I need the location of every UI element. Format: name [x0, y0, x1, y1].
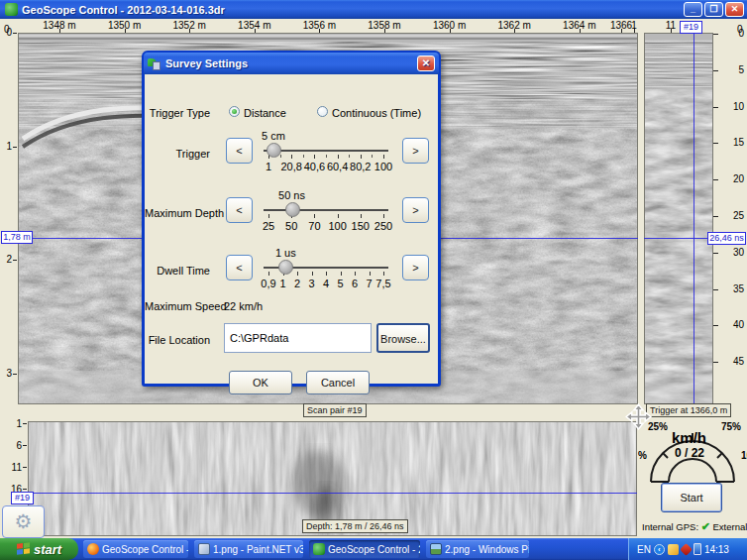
dwell-time-label: Dwell Time	[145, 265, 210, 277]
taskbar-task-3[interactable]: GeoScope Control - 2...	[309, 540, 420, 558]
max-depth-slider-track[interactable]	[264, 209, 388, 211]
window-titlebar: GeoScope Control - 2012-03-14-016.3dr _ …	[0, 0, 747, 19]
firefox-icon	[87, 543, 99, 555]
depth-cursor-label[interactable]: 1,78 m	[1, 231, 33, 244]
radio-distance-label[interactable]: Distance	[244, 107, 286, 119]
file-location-input[interactable]: C:\GPRdata	[224, 323, 372, 353]
dialog-icon	[148, 57, 160, 70]
radio-distance[interactable]	[229, 106, 240, 117]
paintnet-icon	[198, 543, 210, 555]
time-scale-tick-mark	[713, 34, 718, 35]
language-indicator[interactable]: EN	[637, 544, 651, 555]
trigger-cursor-line[interactable]	[694, 33, 694, 405]
scan-scale-tick-label: 11	[2, 462, 22, 473]
ruler-scan-marker[interactable]: #19	[680, 21, 702, 34]
close-button[interactable]: ✕	[725, 2, 744, 17]
start-button[interactable]: Start	[661, 483, 722, 512]
start-menu-button[interactable]: start	[0, 538, 78, 560]
time-scale-tick-mark	[713, 289, 718, 290]
time-cursor-label[interactable]: 26,46 ns	[707, 232, 746, 245]
move-cursor-icon	[625, 403, 652, 430]
gear-icon: ⚙	[15, 510, 33, 532]
time-scale-tick-mark	[713, 216, 718, 217]
max-depth-decrease-button[interactable]: <	[226, 197, 253, 223]
trigger-decrease-button[interactable]: <	[226, 138, 253, 164]
dialog-titlebar: Survey Settings ✕	[144, 53, 439, 74]
gps-status: Internal GPS: ✔ External G	[642, 520, 747, 533]
scan-scale-tick-mark	[23, 467, 27, 468]
depth-scale-tick-mark	[13, 147, 17, 148]
slider-tick-label: 7,5	[366, 278, 401, 289]
slider-row-dwell-time: Dwell Time < 1 us 0,912345677,5 >	[145, 240, 438, 289]
slider-tick-mark	[338, 155, 339, 159]
max-depth-slider[interactable]: 50 ns 255070100150250	[262, 182, 390, 232]
slider-tick-mark	[314, 155, 315, 159]
radargram-strip[interactable]	[644, 33, 713, 404]
tray-app-icon-1[interactable]	[668, 544, 679, 555]
restore-button[interactable]: ❐	[704, 2, 723, 17]
slider-row-max-depth: Maximum Depth < 50 ns 255070100150250 >	[145, 182, 438, 232]
geoscope-window: GeoScope Control - 2012-03-14-016.3dr _ …	[0, 0, 747, 560]
slider-tick-mark	[361, 155, 362, 159]
time-cursor-line-strip[interactable]	[644, 238, 713, 239]
dialog-close-button[interactable]: ✕	[417, 56, 435, 71]
radio-continuous-label[interactable]: Continuous (Time)	[332, 107, 421, 119]
tray-battery-icon[interactable]	[694, 543, 701, 555]
window-title: GeoScope Control - 2012-03-14-016.3dr	[22, 4, 682, 16]
dwell-time-slider[interactable]: 1 us 0,912345677,5	[262, 240, 390, 289]
taskbar-task-2[interactable]: 1.png - Paint.NET v3....	[194, 540, 303, 558]
time-scale-tick-mark	[713, 325, 718, 326]
settings-gear-button[interactable]: ⚙	[2, 505, 45, 538]
ruler-strip-tick-mark	[671, 29, 672, 33]
ruler-tick-mark	[514, 29, 515, 33]
trigger-slider-track[interactable]	[264, 150, 388, 152]
tray-language-icon[interactable]: ‹	[654, 544, 665, 555]
gauge-100pct-label: 10	[741, 450, 747, 461]
slider-tick-mark	[355, 272, 356, 276]
time-scale-tick-label: 30	[722, 247, 744, 258]
slider-tick-mark-minor	[372, 155, 373, 158]
trigger-slider[interactable]: 5 cm 120,840,660,480,2100	[262, 123, 390, 172]
taskbar-task-1[interactable]: GeoScope Control - M...	[83, 540, 188, 558]
ok-button[interactable]: OK	[229, 371, 292, 394]
internal-gps-label: Internal GPS:	[642, 521, 698, 532]
gauge-0pct-label: %	[638, 450, 647, 461]
trigger-increase-button[interactable]: >	[402, 138, 429, 164]
slider-tick-label: 100	[366, 161, 401, 172]
max-depth-slider-thumb[interactable]	[285, 202, 300, 217]
scan-cursor-line[interactable]	[28, 493, 637, 494]
taskbar-task-4[interactable]: 2.png - Windows Pict...	[426, 540, 529, 558]
trigger-slider-value: 5 cm	[262, 130, 285, 142]
radio-continuous[interactable]	[317, 106, 328, 117]
speed-panel: 50% 25% 75% % 10 km/h 0 / 22 Start Inter…	[638, 405, 747, 538]
trigger-slider-thumb[interactable]	[267, 143, 281, 158]
time-scale-tick-mark	[713, 107, 718, 108]
pictureviewer-icon	[430, 543, 442, 555]
slider-tick-mark	[268, 214, 269, 218]
scan-scale-tick-mark	[23, 489, 27, 490]
time-scale-tick-mark	[713, 70, 718, 71]
scan-scale-tick-mark	[23, 445, 27, 446]
scan-marker-label[interactable]: #19	[11, 492, 34, 504]
minimize-button[interactable]: _	[684, 2, 702, 17]
scan-pair-label: Scan pair #19	[303, 403, 367, 417]
slider-tick-mark	[370, 272, 371, 276]
dialog-title: Survey Settings	[165, 57, 248, 69]
tray-app-icon-2[interactable]	[680, 543, 693, 556]
dwell-time-decrease-button[interactable]: <	[226, 255, 253, 280]
time-scale-tick-label: 35	[722, 283, 744, 294]
browse-button[interactable]: Browse...	[376, 323, 430, 353]
max-depth-increase-button[interactable]: >	[402, 197, 429, 223]
depth-scale-tick-mark	[13, 374, 17, 375]
cancel-button[interactable]: Cancel	[306, 371, 370, 394]
taskbar: start GeoScope Control - M...1.png - Pai…	[0, 538, 747, 560]
task-label: 1.png - Paint.NET v3....	[213, 544, 303, 555]
dwell-time-increase-button[interactable]: >	[402, 255, 429, 280]
slider-tick-mark	[268, 272, 269, 276]
slider-tick-mark	[341, 272, 342, 276]
slider-tick-mark	[297, 272, 298, 276]
time-scale-tick-label: 45	[722, 356, 744, 367]
dwell-time-slider-thumb[interactable]	[278, 260, 293, 275]
app-icon	[5, 3, 18, 16]
task-label: 2.png - Windows Pict...	[445, 544, 529, 555]
